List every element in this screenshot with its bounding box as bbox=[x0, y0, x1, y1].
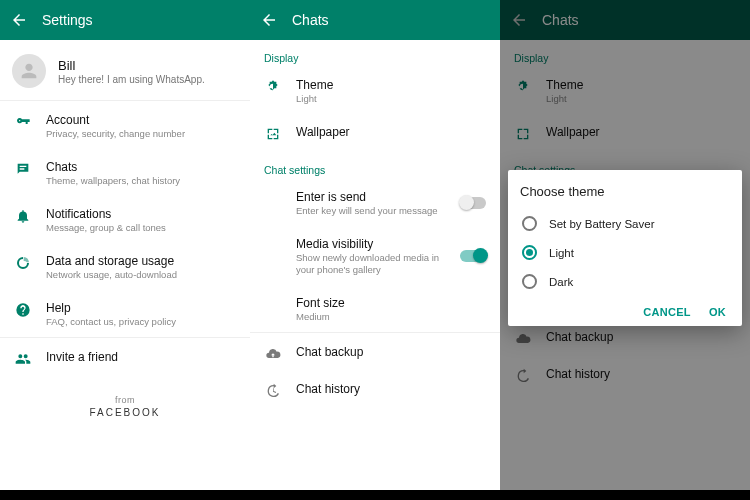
people-icon bbox=[14, 351, 32, 367]
theme-row[interactable]: ThemeLight bbox=[500, 68, 750, 115]
cloud-upload-icon bbox=[264, 346, 282, 362]
wallpaper-row[interactable]: Wallpaper bbox=[250, 115, 500, 152]
wallpaper-icon bbox=[514, 126, 532, 142]
enter-is-send-toggle[interactable] bbox=[460, 197, 486, 209]
from-label: from bbox=[0, 395, 250, 405]
profile-status: Hey there! I am using WhatsApp. bbox=[58, 74, 205, 85]
theme-option-battery[interactable]: Set by Battery Saver bbox=[520, 209, 730, 238]
section-display: Display bbox=[250, 40, 500, 68]
theme-dialog: Choose theme Set by Battery Saver Light … bbox=[508, 170, 742, 326]
key-icon bbox=[14, 114, 32, 130]
settings-item-invite[interactable]: Invite a friend bbox=[0, 340, 250, 377]
back-icon[interactable] bbox=[510, 11, 528, 29]
help-icon bbox=[14, 302, 32, 318]
brightness-icon bbox=[264, 79, 282, 95]
theme-option-dark[interactable]: Dark bbox=[520, 267, 730, 296]
avatar bbox=[12, 54, 46, 88]
divider bbox=[0, 100, 250, 101]
divider bbox=[0, 337, 250, 338]
bell-icon bbox=[14, 208, 32, 224]
chat-history-row[interactable]: Chat history bbox=[250, 372, 500, 409]
enter-is-send-row[interactable]: Enter is sendEnter key will send your me… bbox=[250, 180, 500, 227]
radio-icon bbox=[522, 245, 537, 260]
cloud-upload-icon bbox=[514, 331, 532, 347]
back-icon[interactable] bbox=[260, 11, 278, 29]
appbar-title: Chats bbox=[292, 12, 329, 28]
theme-row[interactable]: ThemeLight bbox=[250, 68, 500, 115]
radio-icon bbox=[522, 216, 537, 231]
chat-icon bbox=[14, 161, 32, 177]
history-icon bbox=[514, 368, 532, 384]
settings-item-notifications[interactable]: NotificationsMessage, group & call tones bbox=[0, 197, 250, 244]
appbar: Settings bbox=[0, 0, 250, 40]
font-size-row[interactable]: Font sizeMedium bbox=[250, 286, 500, 333]
history-icon bbox=[264, 383, 282, 399]
appbar: Chats bbox=[500, 0, 750, 40]
radio-icon bbox=[522, 274, 537, 289]
chat-history-row[interactable]: Chat history bbox=[500, 357, 750, 394]
appbar-title: Chats bbox=[542, 12, 579, 28]
settings-item-account[interactable]: AccountPrivacy, security, change number bbox=[0, 103, 250, 150]
settings-item-help[interactable]: HelpFAQ, contact us, privacy policy bbox=[0, 291, 250, 338]
settings-item-chats[interactable]: ChatsTheme, wallpapers, chat history bbox=[0, 150, 250, 197]
wallpaper-icon bbox=[264, 126, 282, 142]
media-visibility-toggle[interactable] bbox=[460, 250, 486, 262]
back-icon[interactable] bbox=[10, 11, 28, 29]
ok-button[interactable]: OK bbox=[709, 306, 726, 318]
settings-item-data[interactable]: Data and storage usageNetwork usage, aut… bbox=[0, 244, 250, 291]
section-display: Display bbox=[500, 40, 750, 68]
profile-row[interactable]: Bill Hey there! I am using WhatsApp. bbox=[0, 40, 250, 100]
data-usage-icon bbox=[14, 255, 32, 271]
cancel-button[interactable]: CANCEL bbox=[643, 306, 691, 318]
chats-settings-screen: Chats Display ThemeLight Wallpaper Chat … bbox=[250, 0, 500, 490]
facebook-brand: FACEBOOK bbox=[0, 407, 250, 418]
brightness-icon bbox=[514, 79, 532, 95]
settings-screen: Settings Bill Hey there! I am using What… bbox=[0, 0, 250, 490]
media-visibility-row[interactable]: Media visibilityShow newly downloaded me… bbox=[250, 227, 500, 286]
divider bbox=[250, 332, 500, 333]
dialog-title: Choose theme bbox=[520, 184, 730, 199]
chat-backup-row[interactable]: Chat backup bbox=[250, 335, 500, 372]
section-chat-settings: Chat settings bbox=[250, 152, 500, 180]
appbar-title: Settings bbox=[42, 12, 93, 28]
appbar: Chats bbox=[250, 0, 500, 40]
wallpaper-row[interactable]: Wallpaper bbox=[500, 115, 750, 152]
theme-dialog-screen: Chats Display ThemeLight Wallpaper Chat … bbox=[500, 0, 750, 490]
theme-option-light[interactable]: Light bbox=[520, 238, 730, 267]
profile-name: Bill bbox=[58, 58, 205, 73]
